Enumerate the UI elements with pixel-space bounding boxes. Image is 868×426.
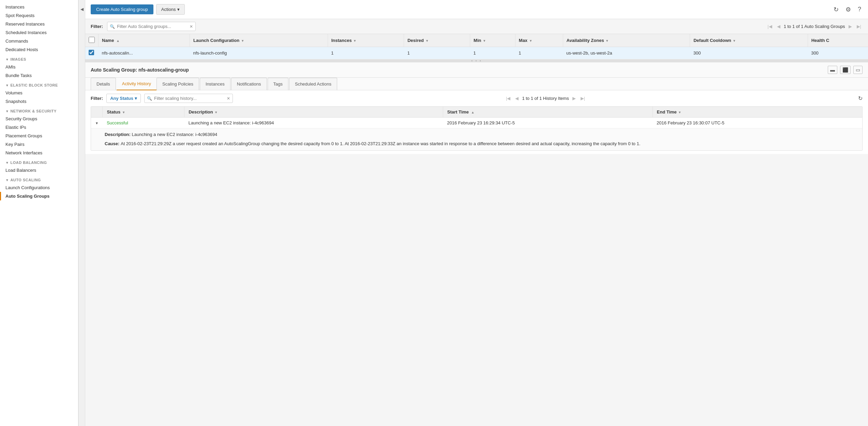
sidebar-item-auto-scaling-groups[interactable]: Auto Scaling Groups — [0, 192, 78, 200]
detail-icon-btn-2[interactable]: ⬛ — [840, 66, 851, 74]
tab-activity-history[interactable]: Activity History — [117, 78, 156, 90]
sidebar-item-reserved-instances[interactable]: Reserved Instances — [0, 20, 78, 28]
cell-max: 1 — [515, 47, 563, 59]
auto-scaling-table: Name ▲ Launch Configuration ▾ Instances … — [85, 34, 868, 59]
filter-input-wrapper: 🔍 ✕ — [107, 22, 196, 31]
sidebar-item-load-balancers[interactable]: Load Balancers — [0, 166, 78, 174]
history-clear-icon[interactable]: ✕ — [227, 96, 230, 101]
images-collapse-icon[interactable]: ▼ — [5, 58, 9, 61]
history-row[interactable]: ▼ Successful Launching a new EC2 instanc… — [91, 118, 862, 128]
filter-bar: Filter: 🔍 ✕ |◀ ◀ 1 to 1 of 1 Auto Scalin… — [85, 19, 868, 34]
col-header-cooldown[interactable]: Default Cooldown ▾ — [690, 34, 808, 47]
history-last-button[interactable]: ▶| — [579, 95, 586, 102]
sidebar-item-volumes[interactable]: Volumes — [0, 89, 78, 97]
detail-description-row: Description: Launching a new EC2 instanc… — [105, 131, 858, 138]
filter-input[interactable] — [107, 22, 196, 31]
history-pagination: |◀ ◀ 1 to 1 of 1 History Items ▶ ▶| — [505, 95, 586, 102]
sidebar-item-spot-requests[interactable]: Spot Requests — [0, 11, 78, 20]
as-collapse-icon[interactable]: ▼ — [5, 178, 9, 182]
detail-cause-row: Cause: At 2016-02-23T21:29:29Z a user re… — [105, 140, 858, 148]
ebs-collapse-icon[interactable]: ▼ — [5, 83, 9, 87]
tab-instances[interactable]: Instances — [200, 78, 230, 90]
lb-collapse-icon[interactable]: ▼ — [5, 161, 9, 165]
filter-label: Filter: — [91, 24, 103, 29]
col-header-max[interactable]: Max ▾ — [515, 34, 563, 47]
history-filter-input[interactable] — [144, 94, 233, 103]
history-prev-button[interactable]: ◀ — [514, 95, 520, 102]
col-header-desired[interactable]: Desired ▾ — [404, 34, 470, 47]
drag-dots-icon: • • • — [471, 59, 482, 63]
col-header-min[interactable]: Min ▾ — [470, 34, 515, 47]
actions-button[interactable]: Actions ▾ — [156, 4, 185, 15]
history-detail-row: Description: Launching a new EC2 instanc… — [91, 128, 862, 150]
actions-chevron-icon: ▾ — [177, 7, 180, 12]
tab-scheduled-actions[interactable]: Scheduled Actions — [289, 78, 337, 90]
create-auto-scaling-group-button[interactable]: Create Auto Scaling group — [91, 4, 153, 14]
pagination-prev-button[interactable]: ◀ — [776, 23, 782, 30]
sidebar-item-key-pairs[interactable]: Key Pairs — [0, 140, 78, 149]
filter-search-icon: 🔍 — [110, 24, 115, 29]
cause-label: Cause: — [105, 141, 121, 146]
cell-cooldown: 300 — [690, 47, 808, 59]
history-first-button[interactable]: |◀ — [505, 95, 512, 102]
history-section: Filter: Any Status ▾ 🔍 ✕ |◀ ◀ 1 to 1 of … — [85, 90, 868, 154]
pagination-next-button[interactable]: ▶ — [847, 23, 853, 30]
select-all-checkbox[interactable] — [89, 37, 95, 43]
col-header-instances[interactable]: Instances ▾ — [328, 34, 404, 47]
history-table-wrapper: Status ▾ Description ▾ Start Time ▲ End … — [91, 106, 863, 151]
detail-icon-btn-1[interactable]: ▬ — [828, 66, 837, 74]
sidebar-item-snapshots[interactable]: Snapshots — [0, 97, 78, 106]
pagination-first-button[interactable]: |◀ — [766, 23, 773, 30]
sidebar-item-placement-groups[interactable]: Placement Groups — [0, 132, 78, 140]
cell-health: 300 — [808, 47, 868, 59]
tab-tags[interactable]: Tags — [268, 78, 288, 90]
col-header-health[interactable]: Health C — [808, 34, 868, 47]
status-filter-label: Any Status — [110, 96, 133, 101]
settings-button[interactable]: ⚙ — [844, 5, 852, 14]
history-refresh-button[interactable]: ↻ — [858, 95, 863, 102]
refresh-button[interactable]: ↻ — [832, 5, 840, 14]
cell-min: 1 — [470, 47, 515, 59]
tab-scaling-policies[interactable]: Scaling Policies — [156, 78, 199, 90]
pagination-last-button[interactable]: ▶| — [855, 23, 863, 30]
net-section-header: ▼ NETWORK & SECURITY — [0, 106, 78, 115]
sidebar-item-commands[interactable]: Commands — [0, 37, 78, 45]
sidebar-item-amis[interactable]: AMIs — [0, 63, 78, 71]
drag-separator[interactable]: • • • — [85, 59, 868, 62]
col-header-az[interactable]: Availability Zones ▾ — [563, 34, 690, 47]
col-header-name[interactable]: Name ▲ — [99, 34, 190, 47]
history-col-start-time[interactable]: Start Time ▲ — [443, 107, 653, 118]
col-header-launch-config[interactable]: Launch Configuration ▾ — [190, 34, 328, 47]
net-collapse-icon[interactable]: ▼ — [5, 109, 9, 113]
sidebar-item-launch-configurations[interactable]: Launch Configurations — [0, 183, 78, 192]
tab-details[interactable]: Details — [91, 78, 116, 90]
status-filter-button[interactable]: Any Status ▾ — [106, 94, 141, 103]
sidebar-item-network-interfaces[interactable]: Network Interfaces — [0, 149, 78, 157]
history-col-status[interactable]: Status ▾ — [103, 107, 184, 118]
row-checkbox[interactable] — [89, 50, 94, 55]
sidebar-collapse-button[interactable]: ◀ — [78, 0, 85, 426]
sidebar-item-security-groups[interactable]: Security Groups — [0, 115, 78, 123]
sidebar-item-bundle-tasks[interactable]: Bundle Tasks — [0, 71, 78, 80]
status-success-label: Successful — [107, 120, 128, 125]
detail-icon-btn-3[interactable]: ▭ — [853, 66, 863, 74]
top-toolbar: Create Auto Scaling group Actions ▾ ↻ ⚙ … — [85, 0, 868, 19]
filter-clear-icon[interactable]: ✕ — [190, 24, 193, 29]
sidebar-item-elastic-ips[interactable]: Elastic IPs — [0, 123, 78, 132]
expand-cell[interactable]: ▼ — [91, 118, 103, 128]
sidebar-item-scheduled-instances[interactable]: Scheduled Instances — [0, 28, 78, 37]
tab-notifications[interactable]: Notifications — [231, 78, 267, 90]
history-col-end-time[interactable]: End Time ▾ — [653, 107, 862, 118]
table-row[interactable]: nfs-autoscalin... nfs-launch-config 1 1 … — [85, 47, 868, 59]
history-next-button[interactable]: ▶ — [571, 95, 577, 102]
collapse-arrow-icon: ◀ — [80, 7, 84, 12]
toolbar-right: ↻ ⚙ ? — [832, 5, 863, 14]
sidebar-item-instances[interactable]: Instances — [0, 3, 78, 11]
history-cell-start-time: 2016 February 23 16:29:34 UTC-5 — [443, 118, 653, 128]
history-col-description[interactable]: Description ▾ — [184, 107, 443, 118]
help-button[interactable]: ? — [856, 5, 863, 14]
sidebar-item-dedicated-hosts[interactable]: Dedicated Hosts — [0, 45, 78, 54]
history-cell-end-time: 2016 February 23 16:30:07 UTC-5 — [653, 118, 862, 128]
cell-launch-config: nfs-launch-config — [190, 47, 328, 59]
select-all-header — [85, 34, 99, 47]
